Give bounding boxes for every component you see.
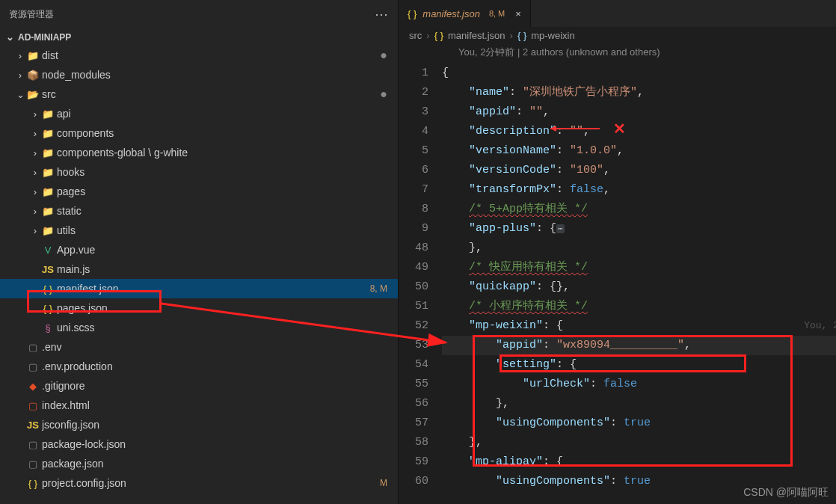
file-icon: JS bbox=[25, 420, 40, 431]
code-line[interactable]: "appid": "wx89094__________", bbox=[442, 336, 836, 355]
file-icon: JS bbox=[40, 264, 55, 275]
file-icon: 📁 bbox=[40, 108, 55, 120]
bc-file[interactable]: manifest.json bbox=[448, 30, 505, 41]
tree-label: api bbox=[57, 108, 387, 120]
code-line[interactable]: { bbox=[442, 64, 836, 83]
editor-pane: { } manifest.json 8, M × src › { } manif… bbox=[399, 0, 836, 504]
code-line[interactable]: "transformPx": false, bbox=[442, 180, 836, 200]
tree-label: main.js bbox=[57, 263, 387, 275]
tree-item-package-lock-json[interactable]: ▢package-lock.json bbox=[0, 434, 398, 454]
tree-item-package-json[interactable]: ▢package.json bbox=[0, 454, 398, 473]
file-icon: 📁 bbox=[40, 225, 55, 236]
explorer-sidebar: 资源管理器 ⋯ ⌄ AD-MINIAPP ›📁dist●›📦node_modul… bbox=[0, 0, 399, 504]
tree-item-node_modules[interactable]: ›📦node_modules bbox=[0, 65, 398, 84]
code-line[interactable]: "versionCode": "100", bbox=[442, 161, 836, 180]
json-icon: { } bbox=[517, 30, 526, 41]
tree-item-components[interactable]: ›📁components bbox=[0, 123, 398, 143]
chevron-icon: ⌄ bbox=[15, 89, 25, 100]
gitlens-authors: You, 2分钟前 | 2 authors (unknown and other… bbox=[399, 44, 836, 64]
tree-item--env[interactable]: ▢.env bbox=[0, 337, 398, 357]
tree-label: manifest.json bbox=[57, 283, 370, 295]
sidebar-header: 资源管理器 ⋯ bbox=[0, 0, 398, 28]
code-line[interactable]: /* 5+App特有相关 */ bbox=[442, 200, 836, 219]
tree-item-dist[interactable]: ›📁dist● bbox=[0, 46, 398, 65]
chevron-icon: › bbox=[15, 70, 25, 81]
tree-label: index.html bbox=[42, 399, 387, 411]
file-icon: 📂 bbox=[25, 89, 40, 100]
tree-item--env-production[interactable]: ▢.env.production bbox=[0, 357, 398, 376]
file-icon: 📁 bbox=[40, 186, 55, 197]
bc-folder[interactable]: src bbox=[409, 30, 422, 41]
file-icon: ▢ bbox=[25, 400, 40, 411]
code-line[interactable]: "mp-weixin": { bbox=[442, 316, 836, 336]
tree-label: project.config.json bbox=[42, 477, 380, 489]
chevron-right-icon: › bbox=[510, 30, 513, 41]
git-status: M bbox=[380, 478, 387, 488]
file-icon: 📁 bbox=[40, 206, 55, 217]
tree-item-app-vue[interactable]: VApp.vue bbox=[0, 240, 398, 259]
code-line[interactable]: /* 小程序特有相关 */ bbox=[442, 297, 836, 316]
tree-item-pages[interactable]: ›📁pages bbox=[0, 182, 398, 201]
file-icon: ▢ bbox=[25, 361, 40, 372]
tree-label: App.vue bbox=[57, 244, 387, 256]
tree-label: jsconfig.json bbox=[42, 419, 387, 431]
tab-git-status: 8, M bbox=[489, 9, 505, 18]
code-line[interactable]: "name": "深圳地铁广告小程序", bbox=[442, 83, 836, 102]
file-icon: ▢ bbox=[25, 458, 40, 470]
code-line[interactable]: /* 快应用特有相关 */ bbox=[442, 258, 836, 277]
file-icon: ▢ bbox=[25, 439, 40, 450]
file-icon: 📁 bbox=[25, 50, 40, 61]
file-icon: 📁 bbox=[40, 147, 55, 159]
git-status: ● bbox=[380, 49, 387, 62]
code-line[interactable]: "usingComponents": true bbox=[442, 414, 836, 433]
code-line[interactable]: "urlCheck": false bbox=[442, 375, 836, 394]
tree-item--gitignore[interactable]: ◆.gitignore bbox=[0, 376, 398, 396]
chevron-icon: › bbox=[30, 128, 40, 139]
tree-item-pages-json[interactable]: { }pages.json bbox=[0, 298, 398, 318]
bc-path[interactable]: mp-weixin bbox=[531, 30, 575, 41]
chevron-down-icon: ⌄ bbox=[4, 31, 15, 43]
code-line[interactable]: }, bbox=[442, 239, 836, 258]
tree-item-utils[interactable]: ›📁utils bbox=[0, 221, 398, 240]
chevron-right-icon: › bbox=[426, 30, 429, 41]
code-body[interactable]: { "name": "深圳地铁广告小程序", "appid": "", "des… bbox=[442, 64, 836, 504]
tree-label: dist bbox=[42, 49, 380, 61]
tree-item-static[interactable]: ›📁static bbox=[0, 201, 398, 221]
tree-label: src bbox=[42, 88, 380, 100]
tree-item-uni-scss[interactable]: §uni.scss bbox=[0, 318, 398, 337]
tree-item-components-global-g-white[interactable]: ›📁components-global \ g-white bbox=[0, 143, 398, 162]
git-status: 8, M bbox=[370, 283, 387, 294]
tab-manifest[interactable]: { } manifest.json 8, M × bbox=[399, 0, 531, 27]
code-line[interactable]: "description": "", bbox=[442, 122, 836, 141]
chevron-icon: › bbox=[15, 50, 25, 61]
code-line[interactable]: "versionName": "1.0.0", bbox=[442, 141, 836, 161]
code-line[interactable]: "appid": "", bbox=[442, 102, 836, 122]
file-icon: { } bbox=[40, 283, 55, 295]
chevron-icon: › bbox=[30, 225, 40, 236]
tab-filename: manifest.json bbox=[422, 8, 480, 19]
more-icon[interactable]: ⋯ bbox=[375, 6, 389, 22]
explorer-title: 资源管理器 bbox=[9, 8, 54, 21]
tree-item-main-js[interactable]: JSmain.js bbox=[0, 259, 398, 279]
breadcrumb[interactable]: src › { } manifest.json › { } mp-weixin bbox=[399, 27, 836, 44]
code-line[interactable]: "mp-alipay": { bbox=[442, 452, 836, 472]
tree-item-src[interactable]: ⌄📂src● bbox=[0, 84, 398, 104]
code-line[interactable]: }, bbox=[442, 433, 836, 452]
tree-item-manifest-json[interactable]: { }manifest.json8, M bbox=[0, 279, 398, 298]
gitlens-inline-blame: You, 2 bbox=[804, 316, 836, 336]
file-tree: ›📁dist●›📦node_modules⌄📂src●›📁api›📁compon… bbox=[0, 46, 398, 504]
tree-label: components-global \ g-white bbox=[57, 147, 387, 159]
chevron-icon: › bbox=[30, 206, 40, 217]
tree-item-jsconfig-json[interactable]: JSjsconfig.json bbox=[0, 415, 398, 434]
tree-item-hooks[interactable]: ›📁hooks bbox=[0, 162, 398, 182]
tree-item-index-html[interactable]: ▢index.html bbox=[0, 396, 398, 415]
project-header[interactable]: ⌄ AD-MINIAPP bbox=[0, 28, 398, 46]
close-icon[interactable]: × bbox=[515, 8, 521, 19]
code-line[interactable]: }, bbox=[442, 394, 836, 414]
tree-item-project-config-json[interactable]: { }project.config.jsonM bbox=[0, 473, 398, 493]
tree-label: hooks bbox=[57, 166, 387, 178]
code-line[interactable]: "setting": { bbox=[442, 355, 836, 375]
tree-item-api[interactable]: ›📁api bbox=[0, 104, 398, 123]
code-line[interactable]: "app-plus": {⋯ bbox=[442, 219, 836, 239]
code-line[interactable]: "quickapp": {}, bbox=[442, 277, 836, 297]
